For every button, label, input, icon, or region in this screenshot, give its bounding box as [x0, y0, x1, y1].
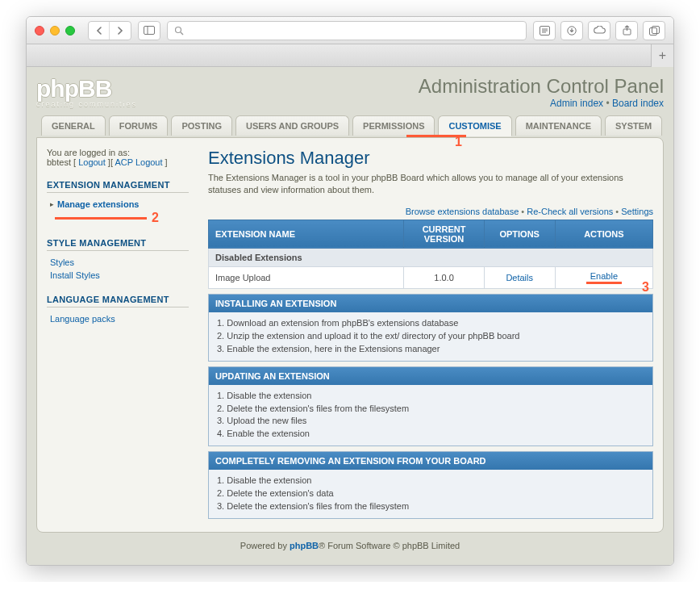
logout-link[interactable]: Logout: [78, 157, 106, 167]
acp-logout-link[interactable]: ACP Logout: [115, 157, 162, 167]
col-actions: ACTIONS: [555, 220, 652, 248]
browser-window: + phpBB creating communities Administrat…: [26, 16, 674, 566]
side-section-language: LANGUAGE MANAGEMENT Language packs: [47, 295, 189, 325]
main-tabs: GENERAL FORUMS POSTING USERS AND GROUPS …: [36, 115, 664, 136]
svg-line-3: [181, 32, 183, 35]
ext-name: Image Upload: [209, 266, 404, 288]
help-line: 1. Disable the extension: [217, 390, 644, 403]
logo-tagline: creating communities: [36, 100, 137, 108]
tab-forums[interactable]: FORUMS: [109, 115, 169, 136]
login-user: bbtest: [47, 157, 71, 167]
downloads-button[interactable]: [560, 21, 583, 40]
styles-link[interactable]: Styles: [50, 257, 74, 267]
admin-index-link[interactable]: Admin index: [550, 98, 603, 109]
tab-customise[interactable]: CUSTOMISE: [438, 115, 511, 136]
search-icon: [174, 26, 184, 36]
login-status: You are logged in as: bbtest [ Logout ][…: [47, 148, 189, 167]
sidebar-item-styles[interactable]: Styles: [47, 256, 189, 269]
sidebar-item-language-packs[interactable]: Language packs: [47, 312, 189, 325]
page-title: Administration Control Panel: [419, 75, 664, 98]
window-controls: [35, 26, 75, 36]
tab-permissions[interactable]: PERMISSIONS: [352, 115, 435, 136]
share-button[interactable]: [615, 21, 638, 40]
language-packs-link[interactable]: Language packs: [50, 314, 115, 324]
sep: •: [521, 207, 524, 216]
board-index-link[interactable]: Board index: [612, 98, 664, 109]
col-options: OPTIONS: [484, 220, 555, 248]
breadcrumb-sep: •: [606, 98, 609, 109]
tab-users-groups[interactable]: USERS AND GROUPS: [235, 115, 349, 136]
close-icon[interactable]: [35, 26, 44, 36]
tab-maintenance[interactable]: MAINTENANCE: [515, 115, 602, 136]
footer-post: ® Forum Software © phpBB Limited: [319, 541, 460, 550]
new-tab-button[interactable]: +: [651, 44, 673, 67]
manage-extensions-link[interactable]: Manage extensions: [57, 199, 139, 209]
table-subheader: Disabled Extensions: [209, 248, 653, 266]
sidebar-toggle-button[interactable]: [138, 21, 160, 40]
subheader-text: Disabled Extensions: [209, 248, 653, 266]
help-line: 2. Unzip the extension and upload it to …: [217, 330, 644, 343]
browse-db-link[interactable]: Browse extensions database: [406, 207, 519, 216]
tab-system[interactable]: SYSTEM: [605, 115, 662, 136]
titlebar: [27, 17, 673, 44]
col-version: CURRENT VERSION: [404, 220, 484, 248]
help-line: 3. Delete the extension's files from the…: [217, 500, 644, 513]
help-line: 1. Download an extension from phpBB's ex…: [217, 317, 644, 330]
side-header-style: STYLE MANAGEMENT: [47, 238, 189, 251]
minimize-icon[interactable]: [50, 26, 60, 36]
logo: phpBB creating communities: [36, 75, 137, 108]
extensions-table: EXTENSION NAME CURRENT VERSION OPTIONS A…: [208, 220, 653, 289]
address-bar[interactable]: [167, 21, 527, 40]
help-line: 4. Enable the extension: [217, 428, 644, 441]
page: phpBB creating communities Administratio…: [27, 67, 673, 565]
forward-button[interactable]: [110, 22, 131, 40]
cloud-button[interactable]: [588, 21, 610, 40]
enable-link[interactable]: Enable: [590, 271, 618, 281]
tabs-button[interactable]: [643, 21, 665, 40]
settings-link[interactable]: Settings: [621, 207, 653, 216]
table-row: Image Upload 1.0.0 Details Enable 3: [209, 266, 653, 288]
help-hdr-remove: COMPLETELY REMOVING AN EXTENSION FROM YO…: [209, 452, 652, 470]
zoom-icon[interactable]: [65, 26, 75, 36]
install-styles-link[interactable]: Install Styles: [50, 270, 100, 280]
help-line: 2. Delete the extension's data: [217, 487, 644, 500]
details-link[interactable]: Details: [506, 273, 533, 282]
bullet-icon: ▸: [50, 200, 54, 208]
tab-posting[interactable]: POSTING: [171, 115, 232, 136]
reader-button[interactable]: [533, 21, 556, 40]
tab-general[interactable]: GENERAL: [41, 115, 106, 136]
col-name: EXTENSION NAME: [209, 220, 404, 248]
sidebar-item-install-styles[interactable]: Install Styles: [47, 269, 189, 282]
nav-back-forward: [88, 21, 131, 40]
sep: •: [615, 207, 619, 216]
sidebar-item-manage-extensions[interactable]: ▸ Manage extensions: [47, 198, 189, 211]
help-line: 1. Disable the extension: [217, 475, 644, 487]
help-updating: UPDATING AN EXTENSION 1. Disable the ext…: [208, 366, 653, 447]
side-section-extension: EXTENSION MANAGEMENT ▸ Manage extensions…: [47, 180, 189, 225]
content-panel: 1 You are logged in as: bbtest [ Logout …: [36, 137, 664, 533]
tab-strip: +: [27, 44, 673, 67]
sidebar: You are logged in as: bbtest [ Logout ][…: [47, 148, 189, 519]
help-removing: COMPLETELY REMOVING AN EXTENSION FROM YO…: [208, 451, 653, 519]
callout-underline-2: [55, 217, 147, 220]
help-body-remove: 1. Disable the extension 2. Delete the e…: [209, 470, 652, 518]
login-prefix: You are logged in as:: [47, 148, 130, 157]
svg-rect-11: [652, 26, 659, 33]
help-hdr-install: INSTALLING AN EXTENSION: [209, 295, 652, 312]
svg-point-2: [176, 27, 181, 32]
side-section-style: STYLE MANAGEMENT Styles Install Styles: [47, 238, 189, 282]
footer-brand-link[interactable]: phpBB: [290, 541, 319, 550]
recheck-link[interactable]: Re-Check all versions: [527, 207, 613, 216]
callout-3: 3: [642, 280, 649, 295]
side-header-extension: EXTENSION MANAGEMENT: [47, 180, 189, 193]
help-installing: INSTALLING AN EXTENSION 1. Download an e…: [208, 294, 653, 362]
callout-1: 1: [455, 135, 462, 149]
back-button[interactable]: [89, 22, 110, 40]
logo-text: phpBB: [36, 75, 137, 102]
callout-2: 2: [152, 211, 159, 225]
help-hdr-update: UPDATING AN EXTENSION: [209, 367, 652, 385]
svg-rect-0: [144, 27, 155, 35]
footer: Powered by phpBB® Forum Software © phpBB…: [36, 533, 664, 552]
side-header-language: LANGUAGE MANAGEMENT: [47, 295, 189, 307]
footer-pre: Powered by: [240, 541, 290, 550]
